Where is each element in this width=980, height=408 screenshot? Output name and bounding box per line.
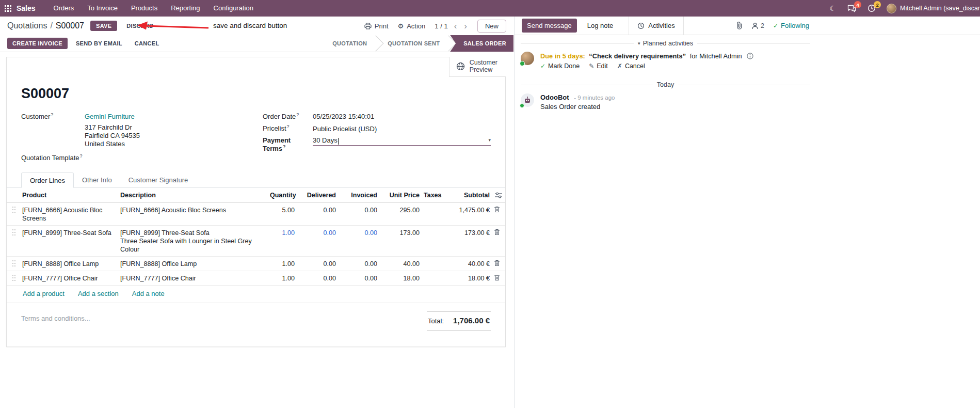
customer-preview-button[interactable]: Customer Preview xyxy=(449,57,506,77)
cell-product[interactable]: [FURN_6666] Acoustic Bloc Screens xyxy=(20,202,118,225)
tab-other-info[interactable]: Other Info xyxy=(74,172,120,188)
pager-next-icon[interactable]: › xyxy=(463,22,468,30)
cell-description[interactable]: [FURN_7777] Office Chair xyxy=(118,271,268,285)
edit-activity-button[interactable]: ✎ Edit xyxy=(589,62,608,70)
activity-avatar[interactable] xyxy=(521,52,534,65)
drag-handle-icon[interactable] xyxy=(12,229,18,236)
cell-unit-price[interactable]: 18.00 xyxy=(379,271,422,285)
following-button[interactable]: ✓ Following xyxy=(773,22,809,29)
cell-unit-price[interactable]: 40.00 xyxy=(379,256,422,271)
menu-configuration[interactable]: Configuration xyxy=(207,0,260,17)
discard-button[interactable]: DISCARD xyxy=(122,21,157,31)
create-invoice-button[interactable]: CREATE INVOICE xyxy=(7,38,68,49)
cell-quantity[interactable]: 1.00 xyxy=(268,271,297,285)
dark-mode-toggle[interactable]: ☾ xyxy=(824,0,842,17)
pricelist-value[interactable]: Public Pricelist (USD) xyxy=(313,125,377,133)
menu-products[interactable]: Products xyxy=(124,0,164,17)
tab-order-lines[interactable]: Order Lines xyxy=(21,172,74,188)
apps-menu-button[interactable] xyxy=(0,0,17,17)
activities-tab[interactable]: Activities xyxy=(629,17,683,35)
cell-product[interactable]: [FURN_8999] Three-Seat Sofa xyxy=(20,225,118,256)
order-title[interactable]: S00007 xyxy=(21,86,491,102)
cell-delivered[interactable]: 0.00 xyxy=(297,202,338,225)
cell-product[interactable]: [FURN_7777] Office Chair xyxy=(20,271,118,285)
state-sales-order[interactable]: SALES ORDER xyxy=(450,35,513,52)
cell-delivered[interactable]: 0.00 xyxy=(297,271,338,285)
dropdown-caret-icon[interactable]: ▾ xyxy=(488,138,491,143)
attachments-button[interactable] xyxy=(736,22,743,29)
order-line-row[interactable]: [FURN_6666] Acoustic Bloc Screens [FURN_… xyxy=(7,202,505,225)
cell-taxes[interactable] xyxy=(422,271,451,285)
customer-label: Customer? xyxy=(21,112,85,120)
cell-delivered[interactable]: 0.00 xyxy=(297,256,338,271)
mark-done-button[interactable]: ✓ Mark Done xyxy=(540,62,580,70)
cell-taxes[interactable] xyxy=(422,256,451,271)
action-button[interactable]: ⚙ Action xyxy=(398,22,426,30)
odoobot-avatar[interactable] xyxy=(521,93,534,107)
menu-orders[interactable]: Orders xyxy=(47,0,81,17)
customer-value[interactable]: Gemini Furniture xyxy=(85,113,135,120)
chatter-panel: Send message Log note Activities xyxy=(514,17,980,408)
optional-columns-button[interactable] xyxy=(492,188,505,203)
send-message-button[interactable]: Send message xyxy=(522,19,577,33)
cell-taxes[interactable] xyxy=(422,225,451,256)
send-by-email-button[interactable]: SEND BY EMAIL xyxy=(72,38,126,49)
cell-description[interactable]: [FURN_8888] Office Lamp xyxy=(118,256,268,271)
add-note-link[interactable]: Add a note xyxy=(132,290,165,297)
cell-invoiced[interactable]: 0.00 xyxy=(338,225,379,256)
info-icon[interactable] xyxy=(747,53,753,59)
user-avatar[interactable] xyxy=(887,4,896,13)
pager-previous-icon[interactable]: ‹ xyxy=(453,22,458,30)
menu-to-invoice[interactable]: To Invoice xyxy=(81,0,124,17)
cell-invoiced[interactable]: 0.00 xyxy=(338,202,379,225)
payment-terms-input[interactable]: 30 Days ▾ xyxy=(313,136,491,146)
cell-unit-price[interactable]: 173.00 xyxy=(379,225,422,256)
add-product-link[interactable]: Add a product xyxy=(23,290,65,297)
delete-line-icon[interactable] xyxy=(494,274,503,281)
delete-line-icon[interactable] xyxy=(494,229,503,236)
new-button[interactable]: New xyxy=(477,20,506,33)
cell-invoiced[interactable]: 0.00 xyxy=(338,271,379,285)
activities-systray-button[interactable]: 2 xyxy=(862,0,881,17)
followers-button[interactable]: 2 xyxy=(751,22,764,29)
breadcrumb-quotations[interactable]: Quotations xyxy=(7,21,47,30)
cell-invoiced[interactable]: 0.00 xyxy=(338,256,379,271)
cell-quantity[interactable]: 1.00 xyxy=(268,225,297,256)
order-line-row[interactable]: [FURN_7777] Office Chair [FURN_7777] Off… xyxy=(7,271,505,285)
drag-handle-icon[interactable] xyxy=(12,274,18,281)
cell-delivered[interactable]: 0.00 xyxy=(297,225,338,256)
cell-taxes[interactable] xyxy=(422,202,451,225)
drag-handle-icon[interactable] xyxy=(12,260,18,267)
delete-line-icon[interactable] xyxy=(494,260,503,266)
delete-line-icon[interactable] xyxy=(494,206,503,213)
cancel-activity-button[interactable]: ✗ Cancel xyxy=(617,62,645,70)
user-name[interactable]: Mitchell Admin (save_discar xyxy=(900,5,980,12)
order-line-row[interactable]: [FURN_8888] Office Lamp [FURN_8888] Offi… xyxy=(7,256,505,271)
log-note-button[interactable]: Log note xyxy=(583,19,618,33)
menu-reporting[interactable]: Reporting xyxy=(164,0,206,17)
planned-activities-header[interactable]: ▾ Planned activities xyxy=(521,40,810,47)
cell-unit-price[interactable]: 295.00 xyxy=(379,202,422,225)
order-line-row[interactable]: [FURN_8999] Three-Seat Sofa [FURN_8999] … xyxy=(7,225,505,256)
drag-handle-icon[interactable] xyxy=(12,206,18,213)
order-date-value[interactable]: 05/25/2023 15:40:01 xyxy=(313,113,374,120)
app-name[interactable]: Sales xyxy=(17,4,36,12)
paperclip-icon xyxy=(736,22,743,29)
add-section-link[interactable]: Add a section xyxy=(78,290,119,297)
tab-customer-signature[interactable]: Customer Signature xyxy=(120,172,197,188)
cell-description[interactable]: [FURN_8999] Three-Seat Sofa Three Seater… xyxy=(118,225,268,256)
cancel-button[interactable]: CANCEL xyxy=(131,38,164,49)
save-button[interactable]: SAVE xyxy=(90,21,117,31)
cell-quantity[interactable]: 5.00 xyxy=(268,202,297,225)
cell-subtotal: 40.00 € xyxy=(451,256,492,271)
state-quotation[interactable]: QUOTATION xyxy=(322,35,377,52)
messages-button[interactable]: 4 xyxy=(842,0,862,17)
print-button[interactable]: Print xyxy=(364,22,389,30)
cell-product[interactable]: [FURN_8888] Office Lamp xyxy=(20,256,118,271)
terms-placeholder[interactable]: Terms and conditions... xyxy=(21,311,90,331)
cell-description[interactable]: [FURN_6666] Acoustic Bloc Screens xyxy=(118,202,268,225)
state-quotation-sent[interactable]: QUOTATION SENT xyxy=(377,35,450,52)
address-line: United States xyxy=(85,140,263,148)
message-author[interactable]: OdooBot xyxy=(540,93,569,101)
cell-quantity[interactable]: 1.00 xyxy=(268,256,297,271)
